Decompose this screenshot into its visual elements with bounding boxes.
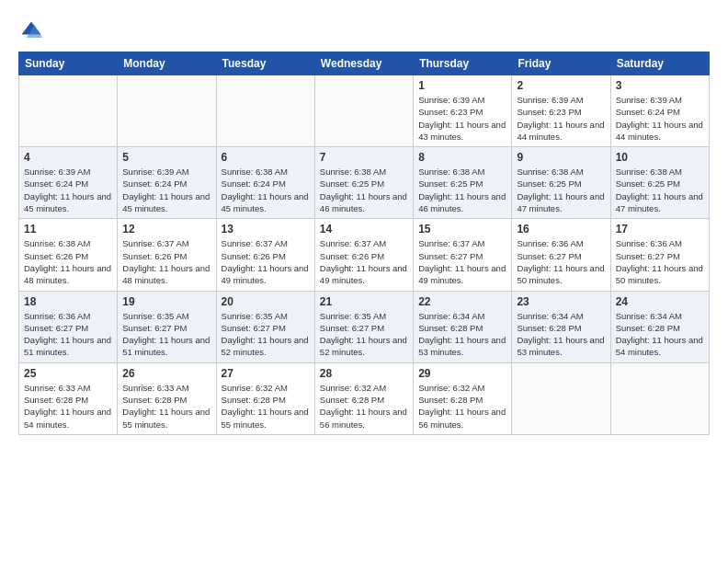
day-header-wednesday: Wednesday xyxy=(314,52,413,75)
calendar-cell: 7Sunrise: 6:38 AM Sunset: 6:25 PM Daylig… xyxy=(314,147,413,219)
calendar-cell: 10Sunrise: 6:38 AM Sunset: 6:25 PM Dayli… xyxy=(610,147,709,219)
day-info: Sunrise: 6:32 AM Sunset: 6:28 PM Dayligh… xyxy=(222,382,310,431)
day-info: Sunrise: 6:37 AM Sunset: 6:27 PM Dayligh… xyxy=(418,237,506,286)
day-number: 27 xyxy=(222,367,310,380)
day-info: Sunrise: 6:37 AM Sunset: 6:26 PM Dayligh… xyxy=(222,237,310,286)
calendar-cell: 16Sunrise: 6:36 AM Sunset: 6:27 PM Dayli… xyxy=(512,219,610,291)
day-number: 2 xyxy=(517,79,605,92)
calendar-cell: 15Sunrise: 6:37 AM Sunset: 6:27 PM Dayli… xyxy=(414,219,512,291)
calendar-table: SundayMondayTuesdayWednesdayThursdayFrid… xyxy=(18,52,710,435)
calendar-cell: 17Sunrise: 6:36 AM Sunset: 6:27 PM Dayli… xyxy=(610,219,709,291)
day-number: 29 xyxy=(418,367,506,380)
day-header-thursday: Thursday xyxy=(414,52,512,75)
day-number: 25 xyxy=(24,367,112,380)
calendar-week-row: 1Sunrise: 6:39 AM Sunset: 6:23 PM Daylig… xyxy=(19,75,710,147)
day-info: Sunrise: 6:38 AM Sunset: 6:25 PM Dayligh… xyxy=(418,166,506,214)
day-info: Sunrise: 6:35 AM Sunset: 6:27 PM Dayligh… xyxy=(222,310,310,359)
day-number: 23 xyxy=(517,295,605,308)
calendar-cell: 9Sunrise: 6:38 AM Sunset: 6:25 PM Daylig… xyxy=(512,147,610,219)
calendar-cell: 1Sunrise: 6:39 AM Sunset: 6:23 PM Daylig… xyxy=(414,75,512,147)
day-info: Sunrise: 6:34 AM Sunset: 6:28 PM Dayligh… xyxy=(616,310,704,359)
calendar-cell: 22Sunrise: 6:34 AM Sunset: 6:28 PM Dayli… xyxy=(414,291,512,362)
calendar-week-row: 25Sunrise: 6:33 AM Sunset: 6:28 PM Dayli… xyxy=(19,362,710,434)
logo-icon xyxy=(18,18,44,44)
day-number: 8 xyxy=(418,151,506,164)
day-number: 18 xyxy=(24,295,112,308)
calendar-cell xyxy=(216,75,314,147)
logo xyxy=(18,18,48,44)
day-number: 6 xyxy=(222,151,310,164)
calendar-week-row: 11Sunrise: 6:38 AM Sunset: 6:26 PM Dayli… xyxy=(19,219,710,291)
calendar-cell: 2Sunrise: 6:39 AM Sunset: 6:23 PM Daylig… xyxy=(512,75,610,147)
day-header-saturday: Saturday xyxy=(610,52,709,75)
day-info: Sunrise: 6:34 AM Sunset: 6:28 PM Dayligh… xyxy=(418,310,506,359)
day-info: Sunrise: 6:34 AM Sunset: 6:28 PM Dayligh… xyxy=(517,310,605,359)
day-number: 15 xyxy=(418,223,506,236)
day-number: 21 xyxy=(320,295,408,308)
day-number: 19 xyxy=(122,295,210,308)
day-info: Sunrise: 6:36 AM Sunset: 6:27 PM Dayligh… xyxy=(24,310,112,359)
day-info: Sunrise: 6:36 AM Sunset: 6:27 PM Dayligh… xyxy=(517,237,605,286)
day-number: 5 xyxy=(122,151,210,164)
calendar-cell: 25Sunrise: 6:33 AM Sunset: 6:28 PM Dayli… xyxy=(19,362,118,434)
calendar-body: 1Sunrise: 6:39 AM Sunset: 6:23 PM Daylig… xyxy=(19,75,710,435)
day-info: Sunrise: 6:32 AM Sunset: 6:28 PM Dayligh… xyxy=(320,382,408,431)
day-number: 26 xyxy=(122,367,210,380)
day-header-friday: Friday xyxy=(512,52,610,75)
calendar-cell: 18Sunrise: 6:36 AM Sunset: 6:27 PM Dayli… xyxy=(19,291,118,362)
day-info: Sunrise: 6:38 AM Sunset: 6:25 PM Dayligh… xyxy=(517,166,605,214)
day-info: Sunrise: 6:38 AM Sunset: 6:25 PM Dayligh… xyxy=(320,166,408,214)
day-info: Sunrise: 6:38 AM Sunset: 6:26 PM Dayligh… xyxy=(24,237,112,286)
calendar-week-row: 18Sunrise: 6:36 AM Sunset: 6:27 PM Dayli… xyxy=(19,291,710,362)
day-number: 28 xyxy=(320,367,408,380)
calendar-cell: 20Sunrise: 6:35 AM Sunset: 6:27 PM Dayli… xyxy=(216,291,314,362)
page-header xyxy=(18,18,710,44)
calendar-header-row: SundayMondayTuesdayWednesdayThursdayFrid… xyxy=(19,52,710,75)
day-info: Sunrise: 6:37 AM Sunset: 6:26 PM Dayligh… xyxy=(320,237,408,286)
calendar-week-row: 4Sunrise: 6:39 AM Sunset: 6:24 PM Daylig… xyxy=(19,147,710,219)
day-info: Sunrise: 6:38 AM Sunset: 6:25 PM Dayligh… xyxy=(616,166,704,214)
day-info: Sunrise: 6:39 AM Sunset: 6:24 PM Dayligh… xyxy=(24,166,112,214)
calendar-cell: 29Sunrise: 6:32 AM Sunset: 6:28 PM Dayli… xyxy=(414,362,512,434)
day-number: 10 xyxy=(616,151,704,164)
day-info: Sunrise: 6:37 AM Sunset: 6:26 PM Dayligh… xyxy=(122,237,210,286)
day-number: 24 xyxy=(616,295,704,308)
day-number: 4 xyxy=(24,151,112,164)
day-header-sunday: Sunday xyxy=(19,52,118,75)
day-info: Sunrise: 6:35 AM Sunset: 6:27 PM Dayligh… xyxy=(122,310,210,359)
day-info: Sunrise: 6:38 AM Sunset: 6:24 PM Dayligh… xyxy=(222,166,310,214)
day-number: 3 xyxy=(616,79,704,92)
day-number: 12 xyxy=(122,223,210,236)
day-info: Sunrise: 6:39 AM Sunset: 6:24 PM Dayligh… xyxy=(122,166,210,214)
calendar-cell: 4Sunrise: 6:39 AM Sunset: 6:24 PM Daylig… xyxy=(19,147,118,219)
calendar-cell: 12Sunrise: 6:37 AM Sunset: 6:26 PM Dayli… xyxy=(118,219,216,291)
day-number: 16 xyxy=(517,223,605,236)
calendar-cell: 28Sunrise: 6:32 AM Sunset: 6:28 PM Dayli… xyxy=(314,362,413,434)
calendar-cell: 21Sunrise: 6:35 AM Sunset: 6:27 PM Dayli… xyxy=(314,291,413,362)
calendar-cell: 24Sunrise: 6:34 AM Sunset: 6:28 PM Dayli… xyxy=(610,291,709,362)
calendar-cell: 5Sunrise: 6:39 AM Sunset: 6:24 PM Daylig… xyxy=(118,147,216,219)
day-info: Sunrise: 6:33 AM Sunset: 6:28 PM Dayligh… xyxy=(24,382,112,431)
day-number: 13 xyxy=(222,223,310,236)
calendar-cell: 8Sunrise: 6:38 AM Sunset: 6:25 PM Daylig… xyxy=(414,147,512,219)
calendar-cell: 14Sunrise: 6:37 AM Sunset: 6:26 PM Dayli… xyxy=(314,219,413,291)
day-header-monday: Monday xyxy=(118,52,216,75)
calendar-cell: 11Sunrise: 6:38 AM Sunset: 6:26 PM Dayli… xyxy=(19,219,118,291)
day-info: Sunrise: 6:39 AM Sunset: 6:23 PM Dayligh… xyxy=(418,94,506,143)
day-info: Sunrise: 6:36 AM Sunset: 6:27 PM Dayligh… xyxy=(616,237,704,286)
calendar-cell xyxy=(610,362,709,434)
calendar-cell: 23Sunrise: 6:34 AM Sunset: 6:28 PM Dayli… xyxy=(512,291,610,362)
calendar-cell xyxy=(19,75,118,147)
calendar-cell: 6Sunrise: 6:38 AM Sunset: 6:24 PM Daylig… xyxy=(216,147,314,219)
calendar-cell: 19Sunrise: 6:35 AM Sunset: 6:27 PM Dayli… xyxy=(118,291,216,362)
day-info: Sunrise: 6:39 AM Sunset: 6:23 PM Dayligh… xyxy=(517,94,605,143)
calendar-cell: 27Sunrise: 6:32 AM Sunset: 6:28 PM Dayli… xyxy=(216,362,314,434)
calendar-cell: 3Sunrise: 6:39 AM Sunset: 6:24 PM Daylig… xyxy=(610,75,709,147)
calendar-cell xyxy=(314,75,413,147)
calendar-cell: 13Sunrise: 6:37 AM Sunset: 6:26 PM Dayli… xyxy=(216,219,314,291)
day-header-tuesday: Tuesday xyxy=(216,52,314,75)
day-number: 7 xyxy=(320,151,408,164)
day-number: 11 xyxy=(24,223,112,236)
calendar-cell: 26Sunrise: 6:33 AM Sunset: 6:28 PM Dayli… xyxy=(118,362,216,434)
day-info: Sunrise: 6:39 AM Sunset: 6:24 PM Dayligh… xyxy=(616,94,704,143)
